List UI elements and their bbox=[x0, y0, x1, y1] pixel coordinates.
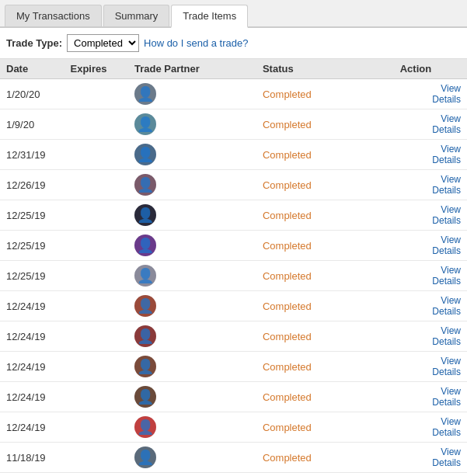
cell-date: 12/24/19 bbox=[0, 382, 64, 412]
cell-trade-partner: 👤 bbox=[128, 321, 256, 352]
cell-date: 9/1/19 bbox=[0, 473, 64, 477]
cell-status: Completed bbox=[256, 382, 394, 412]
col-header-status: Status bbox=[256, 59, 394, 79]
trade-type-select[interactable]: Completed Active Inactive bbox=[67, 34, 139, 52]
tab-bar: My Transactions Summary Trade Items bbox=[0, 0, 467, 28]
col-header-date: Date bbox=[0, 59, 64, 79]
filter-row: Trade Type: Completed Active Inactive Ho… bbox=[0, 28, 467, 59]
cell-date: 12/24/19 bbox=[0, 352, 64, 382]
cell-status: Completed bbox=[256, 170, 394, 200]
cell-status: Completed bbox=[256, 443, 394, 473]
view-link[interactable]: View bbox=[400, 416, 461, 427]
table-row: 12/24/19👤CompletedViewDetails bbox=[0, 291, 467, 321]
cell-status: Completed bbox=[256, 109, 394, 140]
details-link[interactable]: Details bbox=[400, 336, 461, 347]
view-link[interactable]: View bbox=[400, 144, 461, 155]
view-link[interactable]: View bbox=[400, 356, 461, 367]
cell-date: 12/24/19 bbox=[0, 321, 64, 352]
details-link[interactable]: Details bbox=[400, 185, 461, 196]
cell-expires bbox=[64, 412, 127, 443]
table-row: 1/20/20👤CompletedViewDetails bbox=[0, 79, 467, 109]
cell-expires bbox=[64, 109, 127, 140]
table-row: 12/24/19👤CompletedViewDetails bbox=[0, 412, 467, 443]
trade-table: Date Expires Trade Partner Status Action… bbox=[0, 59, 467, 476]
cell-status: Completed bbox=[256, 321, 394, 352]
avatar: 👤 bbox=[134, 416, 156, 438]
cell-trade-partner: 👤 bbox=[128, 291, 256, 321]
tab-summary[interactable]: Summary bbox=[103, 5, 170, 26]
details-link[interactable]: Details bbox=[400, 457, 461, 468]
view-link[interactable]: View bbox=[400, 204, 461, 215]
view-link[interactable]: View bbox=[400, 325, 461, 336]
cell-action: ViewDetails bbox=[394, 261, 467, 291]
cell-expires bbox=[64, 443, 127, 473]
details-link[interactable]: Details bbox=[400, 276, 461, 287]
cell-action: ViewDetails bbox=[394, 140, 467, 170]
cell-expires bbox=[64, 321, 127, 352]
view-link[interactable]: View bbox=[400, 113, 461, 124]
trade-type-label: Trade Type: bbox=[6, 37, 62, 49]
cell-expires bbox=[64, 140, 127, 170]
table-row: 12/25/19👤CompletedViewDetails bbox=[0, 261, 467, 291]
cell-date: 12/24/19 bbox=[0, 291, 64, 321]
cell-expires bbox=[64, 261, 127, 291]
details-link[interactable]: Details bbox=[400, 124, 461, 135]
avatar: 👤 bbox=[134, 235, 156, 256]
cell-trade-partner: 👤 bbox=[128, 443, 256, 473]
cell-action: ViewDetails bbox=[394, 200, 467, 231]
details-link[interactable]: Details bbox=[400, 427, 461, 438]
view-link[interactable]: View bbox=[400, 446, 461, 457]
tab-my-transactions[interactable]: My Transactions bbox=[5, 5, 102, 26]
details-link[interactable]: Details bbox=[400, 306, 461, 317]
cell-status: Completed bbox=[256, 231, 394, 261]
view-link[interactable]: View bbox=[400, 386, 461, 397]
avatar: 👤 bbox=[134, 204, 156, 226]
cell-trade-partner: 👤 bbox=[128, 412, 256, 443]
cell-trade-partner: 👤 bbox=[128, 109, 256, 140]
avatar: 👤 bbox=[134, 356, 156, 377]
cell-trade-partner: 👤 bbox=[128, 200, 256, 231]
cell-action: ViewDetails bbox=[394, 79, 467, 109]
view-link[interactable]: View bbox=[400, 174, 461, 185]
view-link[interactable]: View bbox=[400, 295, 461, 306]
table-row: 12/26/19👤CompletedViewDetails bbox=[0, 170, 467, 200]
how-to-send-trade-link[interactable]: How do I send a trade? bbox=[144, 37, 248, 49]
cell-action: ViewDetails bbox=[394, 231, 467, 261]
avatar: 👤 bbox=[134, 386, 156, 408]
table-row: 9/1/19👤CompletedViewDetails bbox=[0, 473, 467, 477]
avatar: 👤 bbox=[134, 265, 156, 287]
cell-action: ViewDetails bbox=[394, 109, 467, 140]
cell-action: ViewDetails bbox=[394, 412, 467, 443]
cell-trade-partner: 👤 bbox=[128, 473, 256, 477]
cell-trade-partner: 👤 bbox=[128, 352, 256, 382]
cell-status: Completed bbox=[256, 291, 394, 321]
table-row: 12/24/19👤CompletedViewDetails bbox=[0, 352, 467, 382]
details-link[interactable]: Details bbox=[400, 397, 461, 408]
avatar: 👤 bbox=[134, 144, 156, 165]
cell-expires bbox=[64, 291, 127, 321]
cell-action: ViewDetails bbox=[394, 291, 467, 321]
cell-status: Completed bbox=[256, 200, 394, 231]
cell-action: ViewDetails bbox=[394, 352, 467, 382]
cell-trade-partner: 👤 bbox=[128, 140, 256, 170]
cell-status: Completed bbox=[256, 261, 394, 291]
details-link[interactable]: Details bbox=[400, 245, 461, 256]
cell-date: 1/20/20 bbox=[0, 79, 64, 109]
cell-status: Completed bbox=[256, 79, 394, 109]
view-link[interactable]: View bbox=[400, 235, 461, 245]
cell-expires bbox=[64, 79, 127, 109]
cell-expires bbox=[64, 352, 127, 382]
cell-date: 12/25/19 bbox=[0, 231, 64, 261]
details-link[interactable]: Details bbox=[400, 94, 461, 105]
cell-action: ViewDetails bbox=[394, 321, 467, 352]
view-link[interactable]: View bbox=[400, 265, 461, 276]
table-row: 12/25/19👤CompletedViewDetails bbox=[0, 200, 467, 231]
table-row: 1/9/20👤CompletedViewDetails bbox=[0, 109, 467, 140]
details-link[interactable]: Details bbox=[400, 367, 461, 377]
details-link[interactable]: Details bbox=[400, 155, 461, 165]
cell-date: 12/25/19 bbox=[0, 200, 64, 231]
tab-trade-items[interactable]: Trade Items bbox=[171, 5, 248, 28]
details-link[interactable]: Details bbox=[400, 215, 461, 226]
cell-expires bbox=[64, 231, 127, 261]
view-link[interactable]: View bbox=[400, 83, 461, 94]
